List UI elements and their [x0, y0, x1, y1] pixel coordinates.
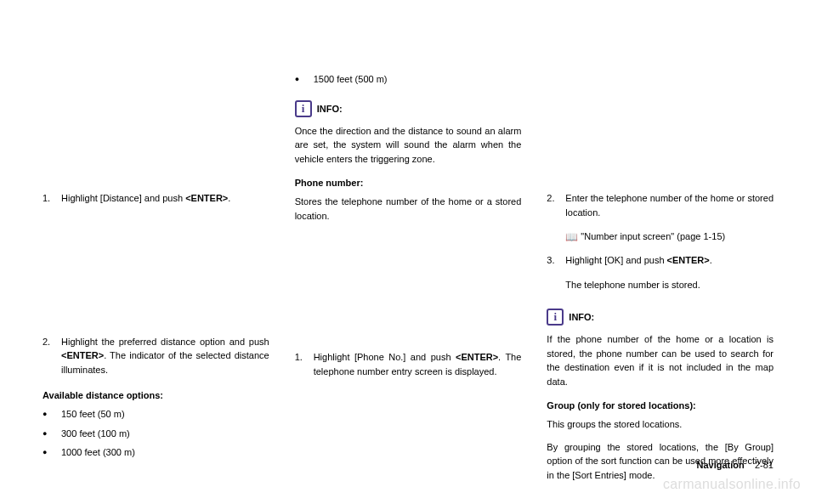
- text-fragment: Highlight the preferred distance option …: [61, 337, 269, 347]
- text-fragment: Highlight [OK] and push: [565, 255, 666, 265]
- reference-text: "Number input screen" (page 1-15): [581, 229, 725, 245]
- bullet-icon: ●: [42, 427, 61, 441]
- text-fragment: .: [228, 193, 230, 203]
- step-text: Highlight [Distance] and push <ENTER>.: [61, 191, 269, 206]
- enter-key: <ENTER>: [61, 350, 104, 360]
- step-number: 2.: [547, 191, 565, 219]
- step-number: 1.: [42, 191, 61, 206]
- info-icon: i: [295, 100, 312, 117]
- distance-option-3: ● 1000 feet (300 m): [42, 445, 269, 460]
- step-1-distance: 1. Highlight [Distance] and push <ENTER>…: [42, 191, 269, 206]
- info-label: INFO:: [317, 104, 343, 114]
- step-text: Highlight the preferred distance option …: [61, 335, 269, 377]
- info-icon: i: [547, 309, 564, 326]
- step-2-phone: 2. Enter the telephone number of the hom…: [547, 191, 774, 219]
- group-text-1: This groups the stored locations.: [547, 417, 774, 432]
- info-block: i INFO:: [295, 100, 522, 117]
- info-text: Once the direction and the distance to s…: [295, 124, 522, 167]
- option-text: 1000 feet (300 m): [61, 445, 135, 460]
- group-heading: Group (only for stored locations):: [547, 400, 774, 411]
- step-number: 1.: [295, 350, 314, 378]
- step-3-phone: 3. Highlight [OK] and push <ENTER>.: [547, 253, 774, 268]
- step-1-phone: 1. Highlight [Phone No.] and push <ENTER…: [295, 350, 522, 378]
- enter-key: <ENTER>: [456, 352, 498, 362]
- available-distance-heading: Available distance options:: [42, 390, 269, 400]
- image-placeholder: [42, 216, 269, 335]
- distance-option-1: ● 150 feet (50 m): [42, 407, 269, 422]
- watermark: carmanualsonline.info: [663, 477, 801, 492]
- text-fragment: .: [710, 255, 712, 265]
- manual-page: 1. Highlight [Distance] and push <ENTER>…: [0, 0, 816, 504]
- text-fragment: Highlight [Phone No.] and push: [314, 352, 456, 362]
- option-text: 300 feet (100 m): [61, 427, 130, 441]
- column-2: ● 1500 feet (500 m) i INFO: Once the dir…: [295, 72, 522, 490]
- image-placeholder: [295, 231, 522, 350]
- info-text: If the phone number of the home or a loc…: [547, 332, 774, 388]
- column-1: 1. Highlight [Distance] and push <ENTER>…: [42, 72, 269, 490]
- column-3: 2. Enter the telephone number of the hom…: [547, 72, 774, 490]
- distance-option-2: ● 300 feet (100 m): [42, 427, 269, 441]
- bullet-icon: ●: [295, 72, 314, 87]
- enter-key: <ENTER>: [185, 193, 228, 203]
- step-2-distance-option: 2. Highlight the preferred distance opti…: [42, 335, 269, 377]
- step-text: Highlight [OK] and push <ENTER>.: [565, 253, 774, 268]
- step-number: 3.: [547, 253, 565, 268]
- option-text: 150 feet (50 m): [61, 407, 125, 422]
- text-fragment: Highlight [Distance] and push: [61, 193, 185, 203]
- distance-option-4: ● 1500 feet (500 m): [295, 72, 522, 87]
- step-text: Highlight [Phone No.] and push <ENTER>. …: [314, 350, 522, 378]
- reference-link: 📖 "Number input screen" (page 1-15): [565, 229, 774, 245]
- info-label: INFO:: [569, 312, 594, 322]
- info-block: i INFO:: [547, 309, 774, 326]
- bullet-icon: ●: [42, 445, 61, 460]
- bullet-icon: ●: [42, 407, 61, 422]
- enter-key: <ENTER>: [667, 255, 710, 265]
- step-3-result: The telephone number is stored.: [565, 278, 774, 292]
- footer-section: Navigation: [697, 460, 745, 470]
- step-text: Enter the telephone number of the home o…: [565, 191, 774, 219]
- page-footer: Navigation 2-81: [697, 460, 774, 470]
- book-icon: 📖: [565, 229, 581, 245]
- footer-page-number: 2-81: [755, 460, 774, 470]
- step-number: 2.: [42, 335, 61, 377]
- phone-number-text: Stores the telephone number of the home …: [295, 195, 522, 223]
- phone-number-heading: Phone number:: [295, 178, 522, 188]
- option-text: 1500 feet (500 m): [314, 72, 388, 87]
